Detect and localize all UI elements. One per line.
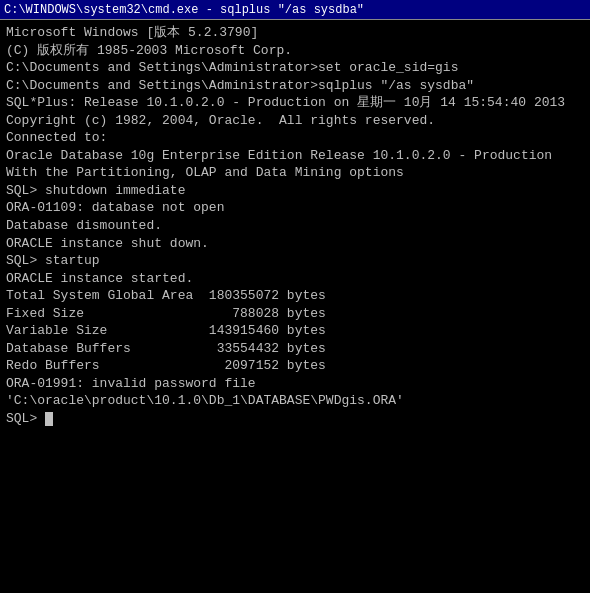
terminal-line: Copyright (c) 1982, 2004, Oracle. All ri… <box>6 112 584 130</box>
terminal-line: Database dismounted. <box>6 217 584 235</box>
terminal[interactable]: Microsoft Windows [版本 5.2.3790](C) 版权所有 … <box>0 20 590 593</box>
terminal-line: Connected to: <box>6 129 584 147</box>
terminal-line: ORACLE instance shut down. <box>6 235 584 253</box>
terminal-line: Microsoft Windows [版本 5.2.3790] <box>6 24 584 42</box>
title-label: C:\WINDOWS\system32\cmd.exe - sqlplus "/… <box>4 3 364 17</box>
terminal-line: C:\Documents and Settings\Administrator>… <box>6 59 584 77</box>
terminal-line: ORA-01991: invalid password file <box>6 375 584 393</box>
terminal-line: SQL> <box>6 410 584 428</box>
terminal-line: Database Buffers 33554432 bytes <box>6 340 584 358</box>
terminal-line: Total System Global Area 180355072 bytes <box>6 287 584 305</box>
terminal-line: ORACLE instance started. <box>6 270 584 288</box>
terminal-line: (C) 版权所有 1985-2003 Microsoft Corp. <box>6 42 584 60</box>
terminal-line: 'C:\oracle\product\10.1.0\Db_1\DATABASE\… <box>6 392 584 410</box>
terminal-line: Fixed Size 788028 bytes <box>6 305 584 323</box>
terminal-line: With the Partitioning, OLAP and Data Min… <box>6 164 584 182</box>
cursor <box>45 412 53 426</box>
terminal-line: Oracle Database 10g Enterprise Edition R… <box>6 147 584 165</box>
terminal-line: C:\Documents and Settings\Administrator>… <box>6 77 584 95</box>
window: C:\WINDOWS\system32\cmd.exe - sqlplus "/… <box>0 0 590 593</box>
terminal-line: SQL> startup <box>6 252 584 270</box>
terminal-line: ORA-01109: database not open <box>6 199 584 217</box>
terminal-line: Variable Size 143915460 bytes <box>6 322 584 340</box>
title-bar: C:\WINDOWS\system32\cmd.exe - sqlplus "/… <box>0 0 590 20</box>
terminal-line: Redo Buffers 2097152 bytes <box>6 357 584 375</box>
terminal-line: SQL*Plus: Release 10.1.0.2.0 - Productio… <box>6 94 584 112</box>
terminal-line: SQL> shutdown immediate <box>6 182 584 200</box>
